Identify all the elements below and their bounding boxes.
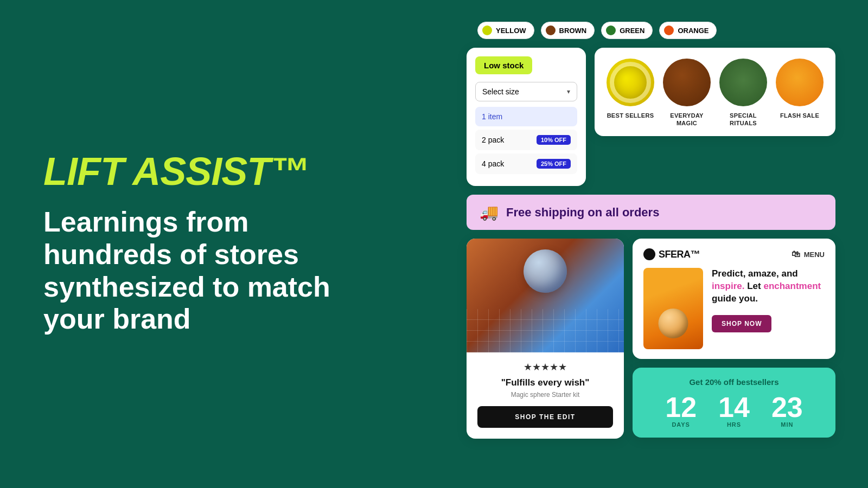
sfera-tagline-plain: Predict, amaze, and [712,268,798,279]
yellow-bowl-image [607,59,654,106]
sfera-brand-name: SFERA™ [659,249,700,260]
sfera-tagline-inspire: inspire. [712,281,744,291]
brown-bowl-image [663,59,711,106]
orange-label: ORANGE [678,27,709,35]
color-pill-orange[interactable]: ORANGE [659,22,717,39]
category-label-flash-sale: FLASH SALE [780,112,819,119]
countdown-title: Get 20% off bestsellers [646,377,822,387]
green-label: GREEN [620,27,644,35]
countdown-hrs-value: 14 [718,393,750,421]
color-pill-green[interactable]: GREEN [601,22,653,39]
select-size-label: Select size [482,87,519,96]
review-quote: "Fulfills every wish" [477,377,613,388]
shipping-banner: 🚚 Free shipping on all orders [467,195,835,230]
select-size-dropdown[interactable]: Select size ▾ [475,82,577,101]
sfera-logo: SFERA™ [643,248,700,260]
categories-card: BEST SELLERS EVERYDAY MAGIC SPECIAL RITU… [595,48,835,136]
brown-dot [546,25,556,35]
category-everyday-magic[interactable]: EVERYDAY MAGIC [662,59,712,127]
category-best-sellers[interactable]: BEST SELLERS [605,59,655,127]
grid-floor [467,309,624,352]
chevron-down-icon: ▾ [567,88,570,95]
sfera-tagline: Predict, amaze, and inspire. Let enchant… [712,268,825,305]
right-bottom: SFERA™ 🛍 MENU Predict, amaze, and inspir… [633,239,835,439]
sfera-product-image [643,268,703,349]
shipping-text: Free shipping on all orders [506,206,659,220]
green-dot [606,25,616,35]
category-img-everyday-magic [663,59,711,106]
orange-dot [664,25,674,35]
option-label-2pack: 2 pack [482,136,504,144]
sfera-circle-icon [643,248,655,260]
countdown-card: Get 20% off bestsellers 12 DAYS 14 HRS 2… [633,368,835,438]
showcase-card: ★★★★★ "Fulfills every wish" Magic sphere… [467,239,624,439]
category-flash-sale[interactable]: FLASH SALE [775,59,825,127]
discount-badge-10: 10% OFF [537,135,571,145]
tagline: Learnings from hundreds of stores synthe… [43,206,347,336]
green-bowl-image [719,59,767,106]
brand-title: LIFT ASSIST™ [43,152,347,191]
brown-label: BROWN [559,27,587,35]
discount-badge-25: 25% OFF [537,159,571,169]
sfera-menu-button[interactable]: 🛍 MENU [792,249,825,259]
showcase-image [467,239,624,352]
showcase-content: ★★★★★ "Fulfills every wish" Magic sphere… [467,352,624,439]
countdown-hrs: 14 HRS [718,393,750,428]
category-label-best-sellers: BEST SELLERS [607,112,654,119]
sfera-text: Predict, amaze, and inspire. Let enchant… [712,268,825,349]
sphere-decoration [524,249,567,293]
categories-grid: BEST SELLERS EVERYDAY MAGIC SPECIAL RITU… [605,59,825,127]
dropdown-card: Low stock Select size ▾ 1 item 2 pack 10… [467,48,586,186]
sfera-tagline-mid: Let [744,281,763,291]
shop-now-button[interactable]: SHOP NOW [712,315,771,332]
low-stock-badge: Low stock [475,56,532,74]
option-label-4pack: 4 pack [482,159,504,168]
size-option-4pack[interactable]: 4 pack 25% OFF [475,153,577,174]
left-section: LIFT ASSIST™ Learnings from hundreds of … [43,152,347,336]
bag-icon: 🛍 [792,249,800,259]
right-section: YELLOW BROWN GREEN ORANGE Low stock Sele… [467,22,835,439]
category-img-flash-sale [776,59,824,106]
sfera-tagline-end: guide you. [712,293,758,304]
category-label-everyday-magic: EVERYDAY MAGIC [662,112,712,127]
middle-row: Low stock Select size ▾ 1 item 2 pack 10… [467,48,835,186]
bottom-row: ★★★★★ "Fulfills every wish" Magic sphere… [467,239,835,439]
countdown-days: 12 DAYS [665,393,697,428]
color-pill-yellow[interactable]: YELLOW [477,22,534,39]
shop-the-edit-button[interactable]: SHOP THE EDIT [477,406,613,428]
orange-bowl-image [776,59,824,106]
color-pill-brown[interactable]: BROWN [541,22,595,39]
sfera-card: SFERA™ 🛍 MENU Predict, amaze, and inspir… [633,239,835,359]
countdown-min: 23 MIN [771,393,803,428]
countdown-days-value: 12 [665,393,697,421]
category-img-special-rituals [719,59,767,106]
countdown-numbers: 12 DAYS 14 HRS 23 MIN [646,393,822,428]
category-img-best-sellers [607,59,654,106]
option-label-1item: 1 item [482,112,502,121]
yellow-label: YELLOW [496,27,526,35]
category-special-rituals[interactable]: SPECIAL RITUALS [718,59,768,127]
countdown-min-value: 23 [771,393,803,421]
category-label-special-rituals: SPECIAL RITUALS [718,112,768,127]
sfera-tagline-enchantment: enchantment [763,281,821,291]
truck-icon: 🚚 [480,203,499,221]
size-option-1item[interactable]: 1 item [475,107,577,126]
sfera-header: SFERA™ 🛍 MENU [643,248,825,260]
size-option-2pack[interactable]: 2 pack 10% OFF [475,130,577,150]
star-rating: ★★★★★ [477,361,613,373]
color-selector: YELLOW BROWN GREEN ORANGE [467,22,835,39]
sfera-body: Predict, amaze, and inspire. Let enchant… [643,268,825,349]
yellow-dot [482,25,492,35]
product-subtitle: Magic sphere Starter kit [477,391,613,399]
menu-label: MENU [804,251,825,259]
